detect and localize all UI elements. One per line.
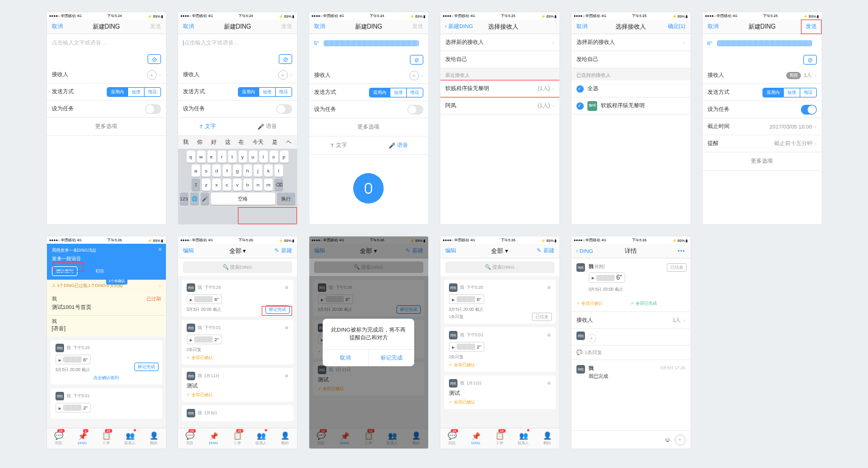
cancel-button[interactable]: 取消 [52,23,73,30]
recent-person-1[interactable]: 软贱程序猿无黎明(1人)› [440,80,559,98]
add-recipient-icon[interactable]: + [587,334,596,342]
search-input[interactable]: 🔍 搜索DING [445,261,554,273]
tab-work[interactable]: 📋工作22 [488,428,512,448]
task-cell[interactable]: 设为任务 [178,101,297,118]
edit-button[interactable]: 编辑 [183,247,204,255]
attach-button[interactable]: ⊘ [148,54,161,64]
recipient-cell[interactable]: 接收人周燕1人› [703,67,822,84]
method-cell[interactable]: 发送方式应用内短信电话 [178,83,297,101]
ding-card[interactable]: 周燕我 下午5:26 6" 3月5日 20:00 截止 点击确认收到 标记完成 [51,340,162,385]
add-icon[interactable]: + [675,434,686,445]
edit-button[interactable]: 编辑 [445,247,466,255]
pin-button[interactable]: 钉住 [96,269,104,273]
tab-msg[interactable]: 💬消息22 [440,428,464,448]
ding-card[interactable]: 周燕我 下午5:01 2" [51,388,162,419]
click-confirm[interactable]: 点击确认收到 [56,375,157,381]
text-mode[interactable]: T 文字 [178,118,238,135]
recipient-cell[interactable]: 接收人+› [309,67,428,84]
send-self[interactable]: 发给自己 [440,51,559,68]
remind-cell[interactable]: 提醒截止前十五分钟› [703,135,822,152]
cancel-button[interactable]: 取消 [576,23,597,30]
tab-me[interactable]: 👤我的 [536,428,559,448]
task-switch[interactable] [145,104,161,114]
ding-card[interactable]: 周燕我 下午5:01⊘ 2" 2条回复 全部已确认 [444,327,556,372]
ding-card[interactable]: 周燕我 下午5:01⊘ 2" 2条回复 全部已确认 [182,320,293,364]
record-button[interactable] [353,173,384,204]
list-item[interactable]: 测试1001号首页 [52,303,161,311]
play-button[interactable]: 6" [56,355,91,364]
modal-cancel[interactable]: 取消 [323,350,369,366]
recipient-cell[interactable]: 接收人+› [178,66,297,83]
text-mode[interactable]: T 文字 [309,136,369,154]
send-button[interactable]: 发送 [140,23,161,30]
deadline-cell[interactable]: 截止时间2017/03/05 18:00› [703,118,822,135]
voice-mode[interactable]: 🎤 语音 [368,136,428,154]
list-item[interactable]: [语音] [52,325,161,333]
more-menu[interactable]: ••• [665,248,686,254]
tab-contact[interactable]: 👥联系人 [118,428,142,448]
ding-card[interactable]: 周燕我 下午5:26⊘ 6" 3月5日 20:00 截止 标记完成 [182,280,293,316]
recipient-cell[interactable]: 接收人+› [47,66,166,83]
ding-card[interactable]: 周燕我 1月11日⊘ 测试 全部已确认 [444,375,556,409]
close-icon[interactable]: ✕ [158,247,162,252]
cancel-button[interactable]: 取消 [708,23,728,30]
recent-person-2[interactable]: 阿凤(1人)› [440,98,559,115]
attach-button[interactable]: ⊘ [279,54,292,64]
mark-done-button[interactable]: 标记完成 [134,363,159,371]
back-button[interactable]: ‹ 新建DING [445,23,473,30]
modal-overlay[interactable]: 此DING被标为完成后，将不再提醒自己和对方 取消标记完成 [309,236,428,448]
new-button[interactable]: ✎ 新建 [534,247,554,255]
confirm-button[interactable]: 确定(1) [665,23,686,30]
tab-contact[interactable]: 👥联系人 [249,428,273,448]
emoji-icon[interactable]: ☺ [664,436,670,443]
task-cell[interactable]: 设为任务 [703,101,822,118]
reply-bar[interactable]: ☺ + [572,430,690,448]
play-button[interactable]: 6" [589,272,625,283]
modal-ok[interactable]: 标记完成 [369,350,415,366]
confirm-receipt-button[interactable]: 确认收到 [52,266,77,276]
ding-card[interactable]: 周燕我 下午5:26⊘ 6" 3月5日 20:00 截止 1条回复 已结束 [444,280,556,324]
attach-button[interactable]: ⊘ [410,55,423,65]
ding-card[interactable]: 周燕我 1月6日 [182,405,293,421]
more-options[interactable]: 更多选项 [703,152,822,171]
tab-msg[interactable]: 💬消息22 [178,428,202,448]
method-cell[interactable]: 发送方式应用内短信电话 [309,84,428,101]
tab-me[interactable]: 👤我的 [273,428,297,448]
send-button[interactable]: 发送 [796,23,817,30]
voice-mode[interactable]: 🎤 语音 [237,118,297,135]
send-button[interactable]: 发送 [271,23,292,30]
waveform[interactable] [324,40,418,46]
new-recipient[interactable]: 选择新的接收人› [572,34,690,51]
tab-ding[interactable]: 📌DING [464,428,488,448]
method-segment[interactable]: 应用内短信电话 [107,87,161,97]
recipient-cell[interactable]: 接收人1人› [572,312,690,329]
cancel-button[interactable]: 取消 [183,23,204,30]
tab-ding[interactable]: 📌DING [202,428,226,448]
send-self[interactable]: 发给自己 [572,51,690,68]
more-options[interactable]: 更多选项 [309,118,428,136]
waveform[interactable] [717,40,812,46]
send-button[interactable]: 发送 [403,23,423,30]
more-options[interactable]: 更多选项 [47,118,166,136]
search-input[interactable]: 🔍 搜索DING [183,261,292,273]
tab-ding[interactable]: 📌DING1 [71,428,95,448]
task-cell[interactable]: 设为任务 [47,101,166,118]
new-recipient[interactable]: 选择新的接收人› [440,34,559,51]
method-cell[interactable]: 发送方式应用内短信电话 [47,83,166,101]
tab-msg[interactable]: 💬消息22 [47,428,71,448]
back-button[interactable]: ‹ DING [576,248,597,254]
notification-banner[interactable]: 周燕发来一条DING消息 发来一段语音 确认收到 钉住 1个未确认 ✕ [47,244,166,280]
keyboard[interactable]: qwertyuiop asdfghjkl ⇧zxcvbnm⌫ 123🌐🎤空格换行 [178,149,297,224]
tab-contact[interactable]: 👥联系人 [512,428,536,448]
content-input[interactable]: |点击输入文字或语音… [178,34,297,52]
tab-work[interactable]: 📋工作22 [95,428,118,448]
select-all[interactable]: ✓全选 [572,80,690,98]
tab-me[interactable]: 👤我的 [142,428,166,448]
task-switch[interactable] [801,105,817,115]
method-cell[interactable]: 发送方式应用内短信电话 [703,84,822,101]
content-input[interactable]: 点击输入文字或语音… [47,34,166,52]
mark-done-button[interactable]: 标记完成 [265,305,290,314]
task-cell[interactable]: 设为任务 [309,101,428,118]
new-button[interactable]: ✎ 新建 [271,247,292,255]
cancel-button[interactable]: 取消 [314,23,335,30]
